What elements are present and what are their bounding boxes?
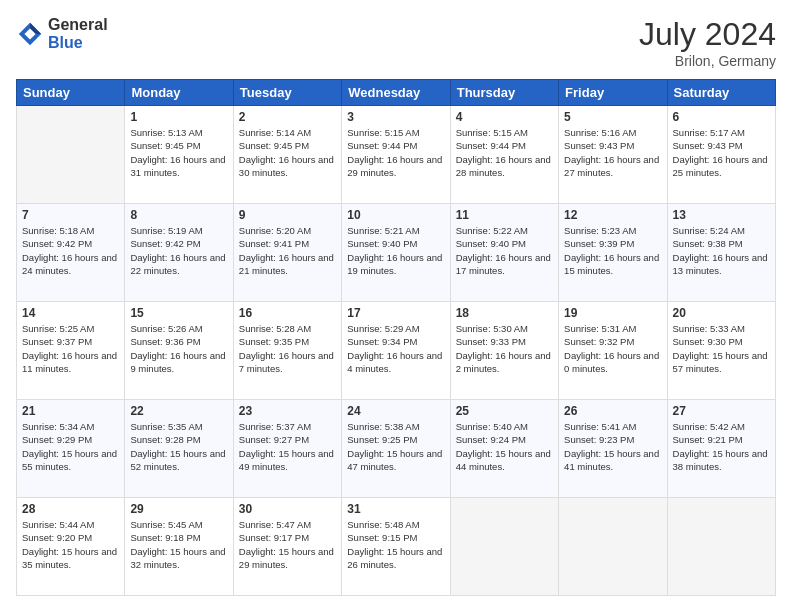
col-header-sunday: Sunday (17, 80, 125, 106)
calendar-cell: 21Sunrise: 5:34 AM Sunset: 9:29 PM Dayli… (17, 400, 125, 498)
day-number: 27 (673, 404, 770, 418)
cell-info: Sunrise: 5:47 AM Sunset: 9:17 PM Dayligh… (239, 518, 336, 571)
calendar-cell: 8Sunrise: 5:19 AM Sunset: 9:42 PM Daylig… (125, 204, 233, 302)
cell-info: Sunrise: 5:42 AM Sunset: 9:21 PM Dayligh… (673, 420, 770, 473)
cell-info: Sunrise: 5:40 AM Sunset: 9:24 PM Dayligh… (456, 420, 553, 473)
location: Brilon, Germany (639, 53, 776, 69)
cell-info: Sunrise: 5:15 AM Sunset: 9:44 PM Dayligh… (347, 126, 444, 179)
calendar-cell: 28Sunrise: 5:44 AM Sunset: 9:20 PM Dayli… (17, 498, 125, 596)
calendar-cell: 27Sunrise: 5:42 AM Sunset: 9:21 PM Dayli… (667, 400, 775, 498)
day-number: 24 (347, 404, 444, 418)
day-number: 16 (239, 306, 336, 320)
cell-info: Sunrise: 5:33 AM Sunset: 9:30 PM Dayligh… (673, 322, 770, 375)
calendar-cell: 1Sunrise: 5:13 AM Sunset: 9:45 PM Daylig… (125, 106, 233, 204)
calendar-week-row: 21Sunrise: 5:34 AM Sunset: 9:29 PM Dayli… (17, 400, 776, 498)
cell-info: Sunrise: 5:22 AM Sunset: 9:40 PM Dayligh… (456, 224, 553, 277)
day-number: 20 (673, 306, 770, 320)
calendar-cell: 9Sunrise: 5:20 AM Sunset: 9:41 PM Daylig… (233, 204, 341, 302)
calendar-cell: 2Sunrise: 5:14 AM Sunset: 9:45 PM Daylig… (233, 106, 341, 204)
calendar-week-row: 7Sunrise: 5:18 AM Sunset: 9:42 PM Daylig… (17, 204, 776, 302)
day-number: 17 (347, 306, 444, 320)
calendar-cell (667, 498, 775, 596)
calendar-header-row: SundayMondayTuesdayWednesdayThursdayFrid… (17, 80, 776, 106)
logo-blue: Blue (48, 34, 108, 52)
calendar-cell: 18Sunrise: 5:30 AM Sunset: 9:33 PM Dayli… (450, 302, 558, 400)
day-number: 29 (130, 502, 227, 516)
day-number: 3 (347, 110, 444, 124)
logo-text: General Blue (48, 16, 108, 51)
col-header-tuesday: Tuesday (233, 80, 341, 106)
cell-info: Sunrise: 5:35 AM Sunset: 9:28 PM Dayligh… (130, 420, 227, 473)
calendar-cell (559, 498, 667, 596)
calendar-cell: 6Sunrise: 5:17 AM Sunset: 9:43 PM Daylig… (667, 106, 775, 204)
logo: General Blue (16, 16, 108, 51)
calendar-cell: 4Sunrise: 5:15 AM Sunset: 9:44 PM Daylig… (450, 106, 558, 204)
day-number: 18 (456, 306, 553, 320)
calendar-cell: 10Sunrise: 5:21 AM Sunset: 9:40 PM Dayli… (342, 204, 450, 302)
calendar-cell: 17Sunrise: 5:29 AM Sunset: 9:34 PM Dayli… (342, 302, 450, 400)
day-number: 28 (22, 502, 119, 516)
day-number: 8 (130, 208, 227, 222)
day-number: 19 (564, 306, 661, 320)
cell-info: Sunrise: 5:20 AM Sunset: 9:41 PM Dayligh… (239, 224, 336, 277)
cell-info: Sunrise: 5:34 AM Sunset: 9:29 PM Dayligh… (22, 420, 119, 473)
col-header-monday: Monday (125, 80, 233, 106)
cell-info: Sunrise: 5:31 AM Sunset: 9:32 PM Dayligh… (564, 322, 661, 375)
calendar-cell (17, 106, 125, 204)
calendar-cell: 7Sunrise: 5:18 AM Sunset: 9:42 PM Daylig… (17, 204, 125, 302)
col-header-saturday: Saturday (667, 80, 775, 106)
cell-info: Sunrise: 5:45 AM Sunset: 9:18 PM Dayligh… (130, 518, 227, 571)
day-number: 4 (456, 110, 553, 124)
day-number: 26 (564, 404, 661, 418)
day-number: 13 (673, 208, 770, 222)
day-number: 12 (564, 208, 661, 222)
calendar-cell: 19Sunrise: 5:31 AM Sunset: 9:32 PM Dayli… (559, 302, 667, 400)
day-number: 11 (456, 208, 553, 222)
calendar-cell: 13Sunrise: 5:24 AM Sunset: 9:38 PM Dayli… (667, 204, 775, 302)
cell-info: Sunrise: 5:14 AM Sunset: 9:45 PM Dayligh… (239, 126, 336, 179)
calendar-cell: 24Sunrise: 5:38 AM Sunset: 9:25 PM Dayli… (342, 400, 450, 498)
calendar-cell: 29Sunrise: 5:45 AM Sunset: 9:18 PM Dayli… (125, 498, 233, 596)
day-number: 30 (239, 502, 336, 516)
calendar-cell: 22Sunrise: 5:35 AM Sunset: 9:28 PM Dayli… (125, 400, 233, 498)
cell-info: Sunrise: 5:37 AM Sunset: 9:27 PM Dayligh… (239, 420, 336, 473)
cell-info: Sunrise: 5:29 AM Sunset: 9:34 PM Dayligh… (347, 322, 444, 375)
day-number: 5 (564, 110, 661, 124)
calendar-cell: 14Sunrise: 5:25 AM Sunset: 9:37 PM Dayli… (17, 302, 125, 400)
calendar-cell (450, 498, 558, 596)
col-header-friday: Friday (559, 80, 667, 106)
cell-info: Sunrise: 5:44 AM Sunset: 9:20 PM Dayligh… (22, 518, 119, 571)
calendar-cell: 25Sunrise: 5:40 AM Sunset: 9:24 PM Dayli… (450, 400, 558, 498)
calendar-cell: 23Sunrise: 5:37 AM Sunset: 9:27 PM Dayli… (233, 400, 341, 498)
cell-info: Sunrise: 5:17 AM Sunset: 9:43 PM Dayligh… (673, 126, 770, 179)
cell-info: Sunrise: 5:15 AM Sunset: 9:44 PM Dayligh… (456, 126, 553, 179)
calendar-week-row: 1Sunrise: 5:13 AM Sunset: 9:45 PM Daylig… (17, 106, 776, 204)
day-number: 23 (239, 404, 336, 418)
page: General Blue July 2024 Brilon, Germany S… (0, 0, 792, 612)
header: General Blue July 2024 Brilon, Germany (16, 16, 776, 69)
logo-icon (16, 20, 44, 48)
calendar-cell: 12Sunrise: 5:23 AM Sunset: 9:39 PM Dayli… (559, 204, 667, 302)
calendar-week-row: 28Sunrise: 5:44 AM Sunset: 9:20 PM Dayli… (17, 498, 776, 596)
cell-info: Sunrise: 5:30 AM Sunset: 9:33 PM Dayligh… (456, 322, 553, 375)
cell-info: Sunrise: 5:16 AM Sunset: 9:43 PM Dayligh… (564, 126, 661, 179)
calendar-cell: 31Sunrise: 5:48 AM Sunset: 9:15 PM Dayli… (342, 498, 450, 596)
calendar-cell: 20Sunrise: 5:33 AM Sunset: 9:30 PM Dayli… (667, 302, 775, 400)
calendar-cell: 5Sunrise: 5:16 AM Sunset: 9:43 PM Daylig… (559, 106, 667, 204)
calendar-cell: 16Sunrise: 5:28 AM Sunset: 9:35 PM Dayli… (233, 302, 341, 400)
calendar-cell: 3Sunrise: 5:15 AM Sunset: 9:44 PM Daylig… (342, 106, 450, 204)
day-number: 9 (239, 208, 336, 222)
cell-info: Sunrise: 5:25 AM Sunset: 9:37 PM Dayligh… (22, 322, 119, 375)
cell-info: Sunrise: 5:21 AM Sunset: 9:40 PM Dayligh… (347, 224, 444, 277)
calendar-cell: 30Sunrise: 5:47 AM Sunset: 9:17 PM Dayli… (233, 498, 341, 596)
cell-info: Sunrise: 5:24 AM Sunset: 9:38 PM Dayligh… (673, 224, 770, 277)
cell-info: Sunrise: 5:23 AM Sunset: 9:39 PM Dayligh… (564, 224, 661, 277)
calendar-cell: 11Sunrise: 5:22 AM Sunset: 9:40 PM Dayli… (450, 204, 558, 302)
day-number: 25 (456, 404, 553, 418)
day-number: 1 (130, 110, 227, 124)
logo-general: General (48, 16, 108, 34)
col-header-thursday: Thursday (450, 80, 558, 106)
day-number: 15 (130, 306, 227, 320)
day-number: 10 (347, 208, 444, 222)
day-number: 31 (347, 502, 444, 516)
